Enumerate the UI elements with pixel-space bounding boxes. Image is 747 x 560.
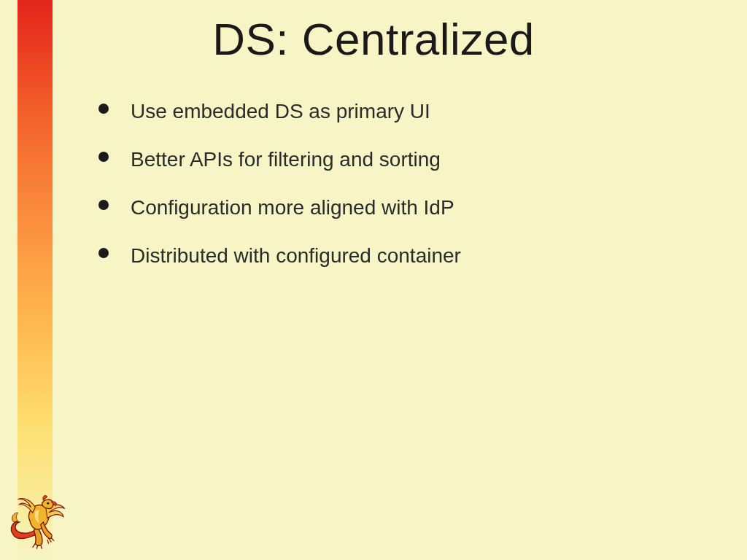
accent-bar: [18, 0, 53, 560]
list-item: Configuration more aligned with IdP: [98, 195, 703, 220]
list-item: Distributed with configured container: [98, 243, 703, 268]
list-item: Better APIs for filtering and sorting: [98, 147, 703, 172]
svg-point-0: [47, 502, 49, 505]
griffin-icon: [4, 489, 71, 556]
slide-title: DS: Centralized: [0, 13, 747, 65]
bullet-list: Use embedded DS as primary UI Better API…: [98, 98, 703, 291]
list-item: Use embedded DS as primary UI: [98, 98, 703, 124]
